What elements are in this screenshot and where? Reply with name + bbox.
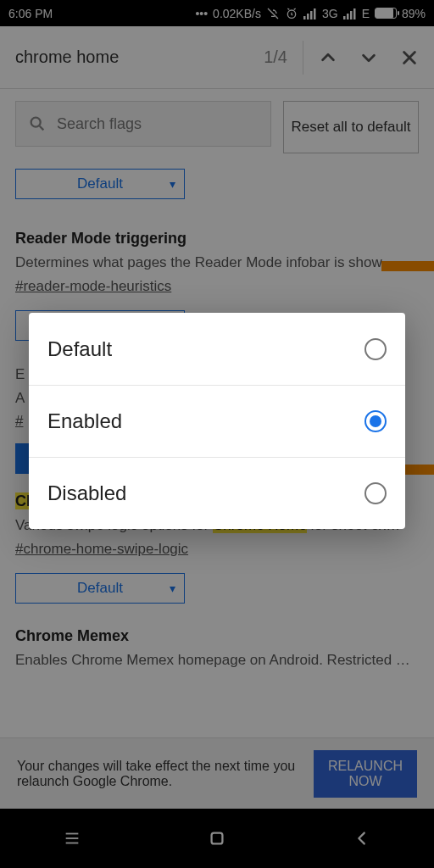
option-enabled[interactable]: Enabled [29, 385, 405, 457]
flag-value-dialog: Default Enabled Disabled [29, 313, 405, 529]
option-default[interactable]: Default [29, 313, 405, 385]
radio-unselected-icon [364, 338, 387, 360]
radio-selected-icon [364, 410, 387, 432]
option-disabled[interactable]: Disabled [29, 457, 405, 529]
radio-unselected-icon [364, 482, 387, 504]
